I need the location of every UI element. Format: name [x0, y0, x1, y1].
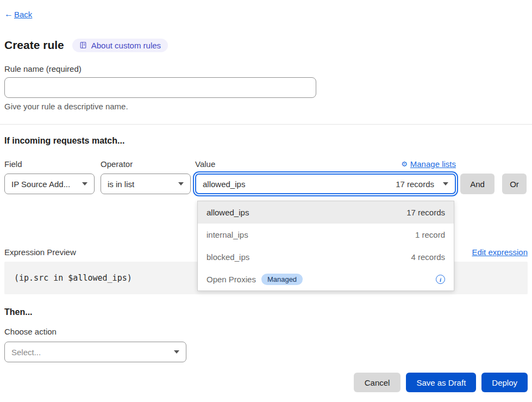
manage-lists-link[interactable]: Manage lists: [410, 159, 456, 169]
create-rule-page: ← Back Create rule About custom rules Ru…: [0, 9, 532, 402]
list-item-record-count: 17 records: [406, 208, 445, 217]
list-item-allowed-ips[interactable]: allowed_ips 17 records: [198, 201, 454, 224]
action-select-placeholder: Select...: [11, 348, 41, 357]
value-select-wrap: allowed_ips 17 records allowed_ips 17 re…: [195, 174, 456, 194]
expression-preview-label: Expression Preview: [4, 248, 76, 257]
info-icon[interactable]: i: [436, 275, 445, 284]
and-button[interactable]: And: [460, 174, 495, 194]
value-select-value: allowed_ips: [203, 180, 245, 189]
book-icon: [79, 41, 87, 49]
edit-expression-link[interactable]: Edit expression: [472, 248, 528, 257]
list-item-open-proxies[interactable]: Open Proxies Managed i: [198, 268, 454, 290]
list-item-blocked-ips[interactable]: blocked_ips 4 records: [198, 246, 454, 268]
chevron-down-icon: [178, 182, 184, 185]
back-row: ← Back: [4, 9, 532, 20]
back-arrow-icon: ←: [4, 9, 13, 19]
list-item-record-count: 4 records: [411, 252, 445, 262]
list-item-name: allowed_ips: [206, 208, 249, 217]
operator-label: Operator: [101, 159, 195, 169]
condition-labels-row: Field Operator Value ⚙ Manage lists: [4, 159, 528, 169]
field-select-value: IP Source Add...: [11, 180, 70, 189]
deploy-button[interactable]: Deploy: [481, 373, 528, 392]
about-custom-rules-badge[interactable]: About custom rules: [72, 39, 168, 52]
footer-actions: Cancel Save as Draft Deploy: [0, 373, 528, 392]
rule-name-helper: Give your rule a descriptive name.: [4, 102, 532, 111]
value-select[interactable]: allowed_ips 17 records: [195, 174, 456, 194]
rule-name-input[interactable]: [4, 77, 316, 98]
about-badge-label: About custom rules: [91, 41, 161, 50]
gear-icon: ⚙: [401, 160, 408, 168]
save-as-draft-button[interactable]: Save as Draft: [406, 373, 476, 392]
choose-action-label: Choose action: [4, 327, 532, 337]
expression-code: (ip.src in $allowed_ips): [14, 273, 132, 283]
condition-row: IP Source Add... is in list allowed_ips …: [4, 174, 528, 194]
list-item-name: Open Proxies: [206, 275, 256, 284]
value-label: Value: [195, 159, 215, 169]
chevron-down-icon: [82, 182, 87, 185]
list-item-record-count: 1 record: [415, 230, 445, 239]
rule-name-label: Rule name (required): [4, 64, 532, 74]
then-heading: Then...: [4, 307, 532, 318]
operator-select-value: is in list: [108, 180, 134, 189]
chevron-down-icon: [174, 350, 179, 354]
list-item-name: internal_ips: [206, 230, 248, 239]
field-select[interactable]: IP Source Add...: [4, 174, 95, 194]
manage-lists: ⚙ Manage lists: [401, 159, 456, 169]
title-row: Create rule About custom rules: [4, 38, 532, 52]
value-select-record-count: 17 records: [396, 180, 434, 189]
or-button[interactable]: Or: [502, 174, 527, 194]
match-heading: If incoming requests match...: [4, 136, 532, 146]
page-title: Create rule: [4, 39, 64, 52]
action-select[interactable]: Select...: [4, 342, 186, 362]
chevron-down-icon: [443, 182, 448, 185]
list-dropdown-panel: allowed_ips 17 records internal_ips 1 re…: [197, 201, 454, 291]
section-divider: [0, 124, 532, 125]
operator-select[interactable]: is in list: [101, 174, 191, 194]
managed-badge: Managed: [261, 274, 303, 286]
cancel-button[interactable]: Cancel: [354, 373, 401, 392]
back-link[interactable]: Back: [14, 10, 32, 19]
list-item-name: blocked_ips: [206, 252, 249, 262]
field-label: Field: [4, 159, 101, 169]
list-item-internal-ips[interactable]: internal_ips 1 record: [198, 224, 454, 246]
